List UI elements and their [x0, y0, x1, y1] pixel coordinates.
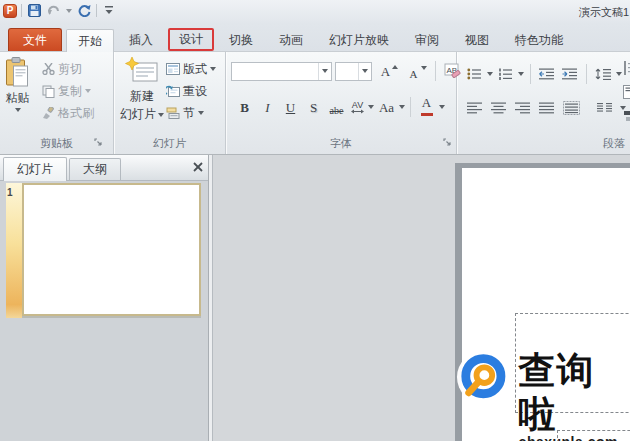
paragraph-group: 段落	[457, 52, 630, 154]
divider	[96, 4, 97, 17]
bullets-dropdown-icon	[487, 72, 493, 76]
justify-icon	[539, 102, 554, 114]
character-spacing-button[interactable]: AV	[349, 98, 366, 117]
tab-animations[interactable]: 动画	[268, 29, 314, 51]
distribute-text-button[interactable]	[561, 98, 582, 117]
tab-review[interactable]: 审阅	[404, 29, 450, 51]
tab-view[interactable]: 视图	[454, 29, 500, 51]
change-case-button[interactable]: Aa	[376, 98, 397, 117]
strikethrough-button[interactable]: abe	[326, 98, 347, 117]
reset-button[interactable]: 重设	[166, 80, 216, 102]
tab-transitions[interactable]: 切换	[218, 29, 264, 51]
paste-label: 粘贴	[6, 90, 30, 107]
numbering-button[interactable]	[496, 65, 515, 84]
close-pane-icon[interactable]	[193, 161, 203, 175]
divider	[410, 97, 411, 117]
copy-button[interactable]: 复制	[42, 80, 94, 102]
bullets-icon	[467, 68, 482, 80]
reset-label: 重设	[183, 83, 207, 100]
section-dropdown-icon	[198, 111, 204, 115]
window-title: 演示文稿1	[579, 5, 629, 20]
watermark-site: chaxunla.com	[519, 434, 630, 441]
underline-button[interactable]: U	[280, 98, 301, 117]
spacing-arrows-icon	[351, 109, 364, 114]
workspace: 幻灯片 大纲 1	[0, 155, 630, 441]
scissors-icon	[42, 63, 55, 75]
convert-to-smartart-button[interactable]	[621, 106, 630, 125]
layout-button[interactable]: 版式	[166, 58, 216, 80]
clipboard-group: 粘贴 剪切 复制 格式刷 剪贴板	[0, 52, 114, 154]
watermark: 查询啦 chaxunla.com	[456, 349, 630, 441]
paste-button[interactable]: 粘贴	[4, 57, 31, 112]
strikethrough-label: abe	[328, 98, 345, 117]
copy-icon	[42, 85, 55, 98]
tab-file[interactable]: 文件	[8, 28, 62, 51]
increase-indent-button[interactable]	[560, 65, 580, 84]
divider	[530, 64, 531, 84]
tab-outline-pane[interactable]: 大纲	[69, 158, 121, 180]
undo-icon[interactable]	[46, 3, 62, 18]
font-color-button[interactable]: A	[416, 98, 437, 117]
shrink-font-button[interactable]: A	[403, 62, 429, 81]
slides-list: 1	[0, 181, 208, 441]
align-center-button[interactable]	[489, 98, 508, 117]
numbering-dropdown-icon	[518, 72, 524, 76]
tab-slides-pane[interactable]: 幻灯片	[3, 157, 67, 181]
cut-label: 剪切	[58, 61, 82, 78]
align-text-button[interactable]	[621, 82, 630, 101]
save-icon[interactable]	[26, 3, 42, 18]
tab-insert[interactable]: 插入	[118, 29, 164, 51]
watermark-text: 查询啦 chaxunla.com	[519, 349, 630, 441]
redo-icon[interactable]	[76, 3, 92, 18]
font-size-combobox[interactable]	[335, 62, 372, 81]
distribute-text-icon	[563, 101, 580, 115]
bullets-button[interactable]	[465, 65, 484, 84]
align-left-button[interactable]	[465, 98, 484, 117]
clipboard-small-buttons: 剪切 复制 格式刷	[42, 58, 94, 124]
smartart-icon	[623, 110, 630, 122]
justify-button[interactable]	[537, 98, 556, 117]
clipboard-icon	[4, 57, 31, 89]
format-painter-button[interactable]: 格式刷	[42, 102, 94, 124]
slide-1-thumbnail[interactable]	[22, 183, 201, 316]
layout-dropdown-icon	[210, 67, 216, 71]
align-text-icon	[623, 85, 630, 99]
tab-home[interactable]: 开始	[66, 29, 114, 52]
font-group-label: 字体	[226, 136, 456, 151]
italic-button[interactable]: I	[257, 98, 278, 117]
align-left-icon	[467, 102, 482, 114]
font-name-combobox[interactable]	[231, 62, 332, 81]
chaxunla-logo-icon	[456, 349, 517, 415]
decrease-indent-icon	[539, 68, 555, 80]
divider	[21, 4, 22, 17]
cut-button[interactable]: 剪切	[42, 58, 94, 80]
text-direction-button[interactable]	[621, 58, 630, 77]
tab-special-features[interactable]: 特色功能	[504, 29, 574, 51]
underline-label: U	[282, 98, 299, 117]
format-painter-icon	[42, 107, 55, 120]
new-slide-button[interactable]: 新建 幻灯片	[120, 57, 164, 123]
clipboard-dialog-launcher-icon[interactable]	[94, 136, 103, 150]
tab-slideshow[interactable]: 幻灯片放映	[318, 29, 400, 51]
text-shadow-button[interactable]: S	[303, 98, 324, 117]
quick-access-toolbar: P	[3, 3, 117, 18]
section-button[interactable]: 节	[166, 102, 216, 124]
powerpoint-app-icon[interactable]: P	[3, 4, 17, 18]
format-painter-label: 格式刷	[58, 105, 94, 122]
decrease-indent-button[interactable]	[537, 65, 557, 84]
line-spacing-button[interactable]	[593, 65, 613, 84]
bold-button[interactable]: B	[234, 98, 255, 117]
shrink-font-label: A	[405, 62, 422, 81]
numbering-icon	[498, 68, 513, 80]
font-dialog-launcher-icon[interactable]	[443, 136, 452, 150]
slides-small-buttons: 版式 重设 节	[166, 58, 216, 124]
undo-dropdown-icon[interactable]	[66, 9, 72, 13]
grow-font-button[interactable]: A	[375, 62, 400, 81]
columns-button[interactable]	[595, 98, 615, 117]
align-right-button[interactable]	[513, 98, 532, 117]
tab-design[interactable]: 设计	[168, 28, 214, 51]
panel-tab-strip: 幻灯片 大纲	[0, 155, 208, 181]
customize-quick-access-icon[interactable]	[101, 3, 117, 18]
align-right-icon	[515, 102, 530, 114]
copy-dropdown-icon	[85, 89, 91, 93]
